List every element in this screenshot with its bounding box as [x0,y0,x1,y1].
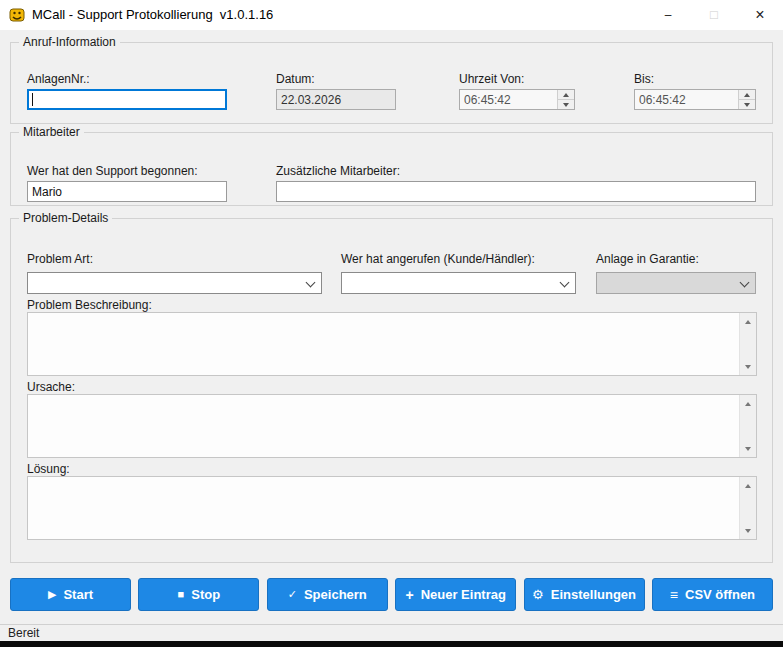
problem-beschreibung-box [27,312,757,376]
loesung-textarea[interactable] [28,477,739,539]
bis-spinner[interactable] [634,89,756,110]
anlagen-nr-label: AnlagenNr.: [27,72,90,86]
scroll-up-icon[interactable] [740,314,756,329]
group-anruf-information: Anruf-Information AnlagenNr.: Datum: Uhr… [10,42,773,124]
stop-icon: ■ [178,589,185,600]
neuer-eintrag-button-label: Neuer Eintrag [421,587,506,602]
bottom-strip [0,641,783,647]
uhrzeit-von-label: Uhrzeit Von: [459,72,524,86]
stop-button-label: Stop [191,587,220,602]
scroll-down-icon[interactable] [740,523,756,538]
ursache-textarea[interactable] [28,395,739,457]
problem-beschreibung-textarea[interactable] [28,313,739,375]
play-icon: ▶ [48,589,56,600]
start-button[interactable]: ▶ Start [10,578,131,611]
group-problem-details-label: Problem-Details [19,211,112,225]
app-icon [9,7,25,23]
start-button-label: Start [63,587,93,602]
bis-input[interactable] [635,90,738,109]
uhrzeit-von-input[interactable] [460,90,557,109]
support-begonnen-label: Wer hat den Support begonnen: [27,164,198,178]
wer-angerufen-select[interactable] [341,272,576,294]
button-row: ▶ Start ■ Stop ✓ Speichern + Neuer Eintr… [10,578,773,611]
scrollbar[interactable] [739,313,756,375]
gear-icon: ⚙ [532,588,544,601]
group-anruf-information-label: Anruf-Information [19,35,120,49]
spin-down-icon[interactable] [558,99,574,109]
group-mitarbeiter: Mitarbeiter Wer hat den Support begonnen… [10,132,773,206]
garantie-select [596,272,756,294]
chevron-down-icon [740,278,750,288]
status-bar: Bereit [0,624,783,641]
scroll-up-icon[interactable] [740,478,756,493]
loesung-box [27,476,757,540]
bis-label: Bis: [634,72,654,86]
loesung-label: Lösung: [27,462,70,476]
plus-icon: + [405,588,413,602]
check-icon: ✓ [288,589,297,600]
minimize-icon[interactable]: – [645,0,691,30]
scrollbar[interactable] [739,477,756,539]
garantie-label: Anlage in Garantie: [596,252,699,266]
uhrzeit-von-spinner[interactable] [459,89,575,110]
status-text: Bereit [8,626,39,640]
scrollbar[interactable] [739,395,756,457]
csv-oeffnen-button[interactable]: ≡ CSV öffnen [652,578,773,611]
speichern-button-label: Speichern [304,587,367,602]
support-begonnen-input[interactable] [27,181,227,202]
scroll-down-icon[interactable] [740,441,756,456]
spin-down-icon[interactable] [739,99,755,109]
einstellungen-button[interactable]: ⚙ Einstellungen [524,578,645,611]
titlebar: MCall - Support Protokollierung v1.0.1.1… [0,0,783,30]
datum-label: Datum: [276,72,315,86]
scroll-up-icon[interactable] [740,396,756,411]
zusaetzliche-mitarbeiter-label: Zusätzliche Mitarbeiter: [276,164,400,178]
spin-up-icon[interactable] [558,90,574,99]
window-title: MCall - Support Protokollierung v1.0.1.1… [32,0,273,30]
wer-angerufen-label: Wer hat angerufen (Kunde/Händler): [341,252,535,266]
problem-beschreibung-label: Problem Beschreibung: [27,298,152,312]
maximize-icon[interactable]: □ [691,0,737,30]
csv-oeffnen-button-label: CSV öffnen [685,587,755,602]
group-problem-details: Problem-Details Problem Art: Wer hat ang… [10,218,773,563]
ursache-box [27,394,757,458]
ursache-label: Ursache: [27,380,75,394]
group-mitarbeiter-label: Mitarbeiter [19,125,84,139]
problem-art-label: Problem Art: [27,252,93,266]
neuer-eintrag-button[interactable]: + Neuer Eintrag [395,578,516,611]
stop-button[interactable]: ■ Stop [138,578,259,611]
list-icon: ≡ [670,588,678,602]
spin-up-icon[interactable] [739,90,755,99]
chevron-down-icon [560,278,570,288]
anlagen-nr-input[interactable] [27,89,227,110]
scroll-down-icon[interactable] [740,359,756,374]
speichern-button[interactable]: ✓ Speichern [267,578,388,611]
close-icon[interactable]: × [737,0,783,30]
einstellungen-button-label: Einstellungen [551,587,636,602]
datum-input [276,89,396,110]
zusaetzliche-mitarbeiter-input[interactable] [276,181,756,202]
chevron-down-icon [306,278,316,288]
problem-art-select[interactable] [27,272,322,294]
text-caret [32,93,33,106]
